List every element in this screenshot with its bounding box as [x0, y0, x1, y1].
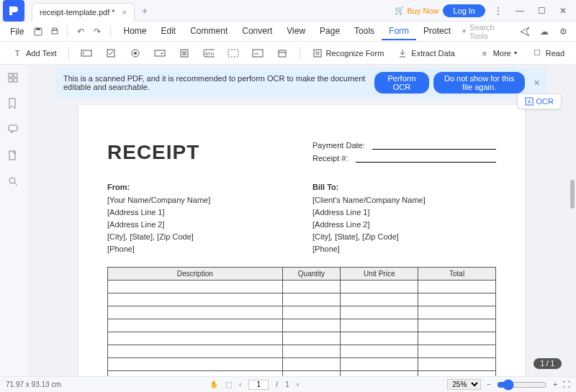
button-tool[interactable]: BTN — [199, 45, 219, 61]
prev-page-icon[interactable]: ‹ — [239, 380, 241, 388]
date-tool[interactable] — [272, 45, 292, 61]
cloud-icon[interactable]: ☁ — [537, 24, 551, 39]
floating-ocr-button[interactable]: A OCR — [517, 94, 562, 109]
table-cell — [341, 332, 418, 345]
table-header: Quantity — [282, 268, 341, 281]
billto-address-line: [Address Line 1] — [312, 208, 496, 216]
buy-now-link[interactable]: 🛒 Buy Now — [395, 6, 438, 15]
svg-text:A: A — [527, 99, 531, 104]
scrollbar-thumb[interactable] — [570, 180, 575, 209]
attachment-icon[interactable] — [7, 150, 20, 163]
menubar: File ↶ ↷ HomeEditCommentConvertViewPageT… — [0, 22, 576, 42]
svg-text:BTN: BTN — [205, 52, 214, 56]
table-header: Unit Price — [341, 268, 418, 281]
menu-page[interactable]: Page — [312, 23, 347, 40]
vertical-scrollbar[interactable] — [570, 94, 575, 355]
fit-page-icon[interactable]: ⛶ — [563, 380, 570, 388]
table-cell — [282, 332, 341, 345]
gear-icon[interactable]: ⚙ — [557, 24, 570, 39]
table-cell — [108, 293, 283, 306]
text-field-tool[interactable] — [76, 45, 96, 61]
cart-icon: 🛒 — [395, 6, 405, 15]
maximize-icon[interactable]: ☐ — [533, 2, 550, 19]
page-number-input[interactable] — [248, 380, 269, 390]
menu-comment[interactable]: Comment — [183, 23, 235, 40]
close-window-icon[interactable]: ✕ — [554, 2, 572, 19]
document-viewport[interactable]: This is a scanned PDF, and it is recomme… — [27, 65, 576, 376]
svg-point-28 — [9, 178, 15, 183]
table-cell — [418, 293, 496, 306]
print-icon[interactable] — [48, 24, 61, 39]
table-cell — [108, 319, 283, 332]
table-cell — [418, 306, 496, 319]
perform-ocr-button[interactable]: Perform OCR — [374, 72, 429, 94]
page-dimensions: 71.97 x 93.13 cm — [6, 380, 61, 388]
undo-icon[interactable]: ↶ — [73, 24, 87, 39]
from-address-line: [City], [State], [Zip Code] — [107, 232, 291, 241]
do-not-show-button[interactable]: Do not show for this file again. — [433, 72, 525, 94]
thumbnails-icon[interactable] — [7, 72, 20, 85]
svg-rect-2 — [52, 30, 58, 34]
add-tab-button[interactable]: + — [142, 5, 148, 17]
zoom-select[interactable]: 25% — [447, 379, 481, 390]
table-row — [108, 332, 496, 345]
recognize-icon — [312, 47, 323, 59]
svg-point-21 — [316, 52, 319, 55]
search-tools[interactable]: ✦ Search Tools — [461, 23, 512, 40]
close-icon[interactable]: × — [122, 8, 127, 17]
bookmark-icon[interactable] — [7, 98, 20, 111]
read-toggle[interactable]: ☐ Read — [527, 45, 569, 61]
page-total-sep: / — [276, 380, 278, 388]
menu-home[interactable]: Home — [117, 23, 154, 40]
hand-tool-icon[interactable]: ✋ — [210, 380, 218, 388]
kebab-menu-icon[interactable]: ⋮ — [490, 2, 507, 19]
table-cell — [282, 358, 341, 371]
zoom-slider[interactable] — [497, 379, 547, 391]
table-cell — [341, 306, 418, 319]
table-row — [108, 306, 496, 319]
table-cell — [418, 281, 496, 293]
listbox-tool[interactable] — [174, 45, 194, 61]
file-menu[interactable]: File — [6, 25, 28, 38]
menu-convert[interactable]: Convert — [235, 23, 279, 40]
dropdown-tool[interactable] — [150, 45, 170, 61]
menu-form[interactable]: Form — [382, 23, 416, 40]
menu-protect[interactable]: Protect — [416, 23, 458, 40]
next-page-icon[interactable]: › — [297, 380, 299, 388]
minimize-icon[interactable]: — — [511, 2, 528, 19]
table-cell — [418, 358, 496, 371]
receipt-no-label: Receipt #: — [312, 154, 348, 163]
comment-icon[interactable] — [7, 124, 20, 137]
select-tool-icon[interactable]: ⬚ — [225, 380, 232, 388]
zoom-out-icon[interactable]: − — [487, 380, 491, 388]
checkbox-tool[interactable] — [101, 45, 121, 61]
radio-tool[interactable] — [125, 45, 145, 61]
more-button[interactable]: ≡ More ▾ — [474, 45, 521, 61]
signature-tool[interactable] — [248, 45, 268, 61]
menu-tools[interactable]: Tools — [347, 23, 382, 40]
svg-rect-26 — [9, 125, 17, 131]
menu-edit[interactable]: Edit — [154, 23, 184, 40]
table-header: Total — [418, 268, 496, 281]
table-row — [108, 293, 496, 306]
image-field-tool[interactable] — [223, 45, 243, 61]
login-button[interactable]: Log In — [443, 4, 485, 17]
save-icon[interactable] — [31, 24, 45, 39]
zoom-in-icon[interactable]: + — [553, 380, 557, 388]
document-tab[interactable]: receipt-template.pdf * × — [32, 3, 135, 22]
banner-message: This is a scanned PDF, and it is recomme… — [63, 74, 374, 91]
table-cell — [282, 371, 341, 377]
search-icon[interactable] — [7, 176, 20, 188]
svg-rect-18 — [279, 50, 286, 57]
recognize-form-button[interactable]: Recognize Form — [307, 45, 389, 61]
table-cell — [108, 358, 283, 371]
send-icon[interactable] — [518, 24, 531, 39]
extract-icon — [397, 47, 408, 59]
table-cell — [418, 319, 496, 332]
redo-icon[interactable]: ↷ — [90, 24, 104, 39]
menu-view[interactable]: View — [279, 23, 312, 40]
from-address-line: [Phone] — [107, 245, 291, 253]
banner-close-icon[interactable]: ✕ — [534, 78, 540, 88]
extract-data-button[interactable]: Extract Data — [392, 45, 459, 61]
add-text-button[interactable]: T Add Text — [7, 45, 61, 61]
